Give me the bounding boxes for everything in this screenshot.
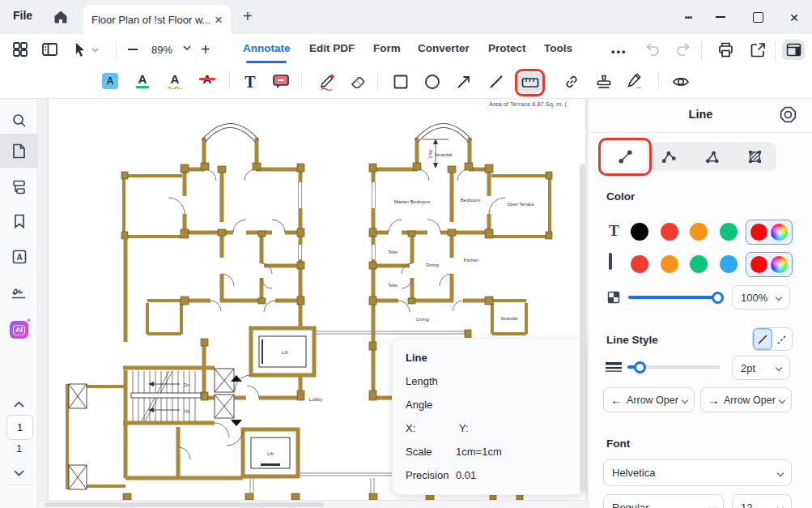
font-family-dropdown[interactable]: Helvetica bbox=[603, 459, 792, 486]
title-bar: File Floor Plan of !st Floor w... × + × bbox=[0, 0, 812, 34]
squiggly-underline-tool[interactable]: A bbox=[166, 72, 184, 92]
strikethrough-tool[interactable]: A bbox=[198, 72, 216, 92]
tab-tools[interactable]: Tools bbox=[544, 42, 572, 54]
border-color-swatch-orange[interactable] bbox=[661, 255, 678, 273]
tooltip-y-label: Y: bbox=[459, 422, 469, 434]
rectangle-shape-tool[interactable] bbox=[393, 75, 408, 89]
text-color-swatch-orange[interactable] bbox=[690, 223, 708, 241]
text-color-swatch-green[interactable] bbox=[720, 223, 738, 241]
highlight-tool[interactable]: A bbox=[101, 72, 119, 92]
tooltip-title: Line bbox=[406, 352, 427, 364]
text-color-current-swatch[interactable] bbox=[750, 224, 767, 241]
cursor-dropdown-chevron-icon[interactable] bbox=[91, 48, 99, 53]
arrow-end-dropdown[interactable]: → Arrow Oper bbox=[700, 387, 792, 412]
document-tab[interactable]: Floor Plan of !st Floor w... × bbox=[83, 5, 231, 34]
maximize-button[interactable] bbox=[750, 10, 766, 24]
redo-icon[interactable] bbox=[675, 42, 691, 57]
measure-tool[interactable] bbox=[518, 72, 542, 93]
link-tool[interactable] bbox=[563, 74, 580, 90]
sidebar-item-ai-assistant[interactable]: AI✦ bbox=[0, 316, 38, 344]
text-color-swatch-black[interactable] bbox=[631, 223, 648, 241]
more-options-kebab-icon[interactable] bbox=[680, 10, 696, 24]
sidebar-item-signatures[interactable] bbox=[0, 279, 38, 306]
sidebar-item-bookmarks[interactable] bbox=[0, 207, 38, 235]
line-width-value: 2pt bbox=[741, 362, 755, 374]
measure-tool-highlight-box bbox=[515, 69, 545, 96]
border-color-swatch-green[interactable] bbox=[690, 255, 708, 273]
text-color-swatch-red[interactable] bbox=[661, 223, 678, 241]
line-style-dashed[interactable] bbox=[772, 328, 792, 350]
minimize-button[interactable] bbox=[712, 10, 729, 24]
font-style-dropdown[interactable]: Regular bbox=[603, 494, 724, 508]
next-page-button[interactable] bbox=[0, 459, 38, 487]
tab-converter[interactable]: Converter bbox=[418, 42, 470, 54]
document-canvas[interactable]: Area of Terrace 6.87 Sq. m. ( bbox=[38, 99, 588, 508]
line-width-dropdown[interactable]: 2pt bbox=[732, 356, 790, 380]
tab-close-icon[interactable]: × bbox=[215, 13, 223, 27]
tab-edit-pdf[interactable]: Edit PDF bbox=[309, 42, 355, 54]
gear-settings-icon[interactable] bbox=[780, 106, 797, 123]
text-color-picker-wheel-icon[interactable] bbox=[771, 224, 788, 241]
main-toolbar: 89% + Annotate Edit PDF Form Converter P… bbox=[0, 34, 812, 65]
line-width-slider-knob[interactable] bbox=[634, 361, 646, 374]
stamp-tool[interactable] bbox=[595, 73, 613, 91]
grid-view-icon[interactable] bbox=[12, 41, 28, 58]
close-button[interactable]: × bbox=[786, 10, 802, 24]
zoom-in-button[interactable]: + bbox=[201, 41, 210, 59]
eraser-tool[interactable] bbox=[349, 74, 367, 90]
more-tabs-ellipsis-icon[interactable]: ••• bbox=[611, 45, 627, 58]
sidebar-item-search[interactable] bbox=[0, 107, 38, 134]
line-shape-tool[interactable] bbox=[488, 74, 504, 90]
tab-annotate[interactable]: Annotate bbox=[243, 42, 291, 54]
eye-visibility-tool[interactable] bbox=[672, 74, 690, 90]
text-comment-tool[interactable]: T bbox=[241, 73, 259, 91]
line-type-polyline[interactable] bbox=[648, 143, 691, 171]
tab-form[interactable]: Form bbox=[373, 42, 401, 54]
zoom-out-button[interactable] bbox=[126, 42, 139, 57]
undo-icon[interactable] bbox=[644, 42, 661, 57]
opacity-slider-knob[interactable] bbox=[712, 292, 724, 304]
home-button[interactable] bbox=[50, 6, 71, 28]
opacity-slider-fill bbox=[628, 296, 717, 299]
text-color-selected-group bbox=[746, 220, 793, 245]
sidebar-toggle-icon[interactable] bbox=[41, 41, 58, 58]
print-icon[interactable] bbox=[717, 41, 734, 58]
select-cursor-tool[interactable] bbox=[73, 41, 87, 58]
previous-page-button[interactable] bbox=[0, 391, 38, 418]
border-color-swatch-red[interactable] bbox=[631, 255, 648, 273]
new-tab-button[interactable]: + bbox=[243, 7, 253, 26]
tab-protect[interactable]: Protect bbox=[488, 42, 526, 54]
border-color-current-swatch[interactable] bbox=[750, 256, 767, 273]
opacity-dropdown[interactable]: 100% bbox=[732, 285, 790, 309]
sticky-note-tool[interactable] bbox=[272, 73, 290, 91]
line-style-solid[interactable] bbox=[753, 328, 772, 350]
right-panel-toggle-icon[interactable] bbox=[782, 40, 805, 60]
pencil-tool[interactable] bbox=[317, 72, 336, 92]
sidebar-item-outline[interactable] bbox=[0, 173, 38, 201]
current-page-input[interactable]: 1 bbox=[6, 415, 33, 440]
stairs-down-label: Dn bbox=[184, 382, 189, 387]
underline-tool[interactable]: A bbox=[134, 72, 151, 92]
zoom-level-value[interactable]: 89% bbox=[147, 44, 176, 56]
sidebar-item-page-thumbnails[interactable] bbox=[0, 134, 38, 168]
file-menu[interactable]: File bbox=[13, 9, 32, 22]
line-type-area[interactable] bbox=[733, 143, 776, 171]
horizontal-scrollbar-thumb[interactable] bbox=[45, 502, 324, 507]
tooltip-angle-label: Angle bbox=[406, 399, 432, 411]
ellipse-shape-tool[interactable] bbox=[424, 74, 440, 90]
export-share-icon[interactable] bbox=[750, 41, 767, 58]
line-properties-panel: Line bbox=[588, 99, 812, 508]
border-color-swatch-blue[interactable] bbox=[720, 255, 738, 273]
border-color-picker-wheel-icon[interactable] bbox=[771, 256, 788, 273]
zoom-dropdown-chevron-icon[interactable] bbox=[183, 45, 191, 51]
signature-tool[interactable] bbox=[625, 73, 644, 91]
horizontal-scrollbar[interactable] bbox=[38, 500, 588, 508]
font-size-dropdown[interactable]: 12 bbox=[732, 494, 792, 508]
arrow-start-dropdown[interactable]: ← Arrow Oper bbox=[603, 387, 695, 412]
arrow-shape-tool[interactable] bbox=[456, 74, 472, 90]
border-color-selected-group bbox=[746, 252, 793, 277]
sidebar-item-annotations[interactable]: A bbox=[0, 243, 38, 271]
vertical-scrollbar-thumb[interactable] bbox=[580, 164, 585, 492]
area-note-text: Area of Terrace 6.87 Sq. m. ( bbox=[489, 100, 568, 108]
line-type-polygon[interactable] bbox=[691, 143, 733, 171]
